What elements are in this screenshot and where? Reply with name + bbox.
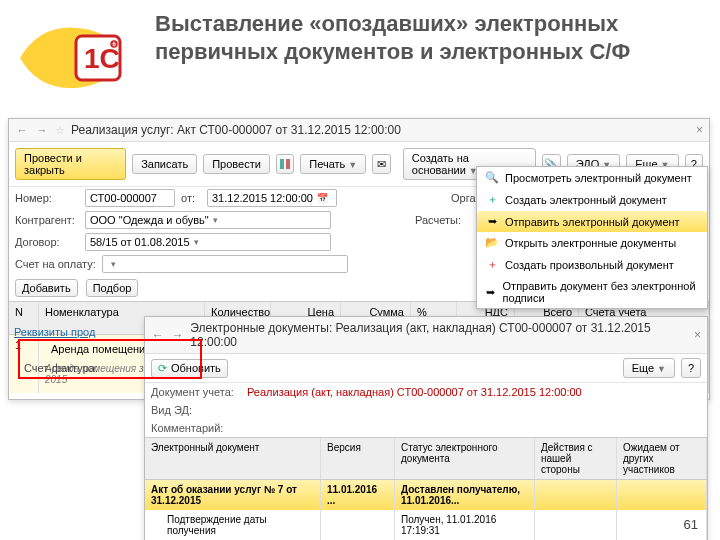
number-input[interactable]: СТ00-000007 xyxy=(85,189,175,207)
print-button[interactable]: Печать▼ xyxy=(300,154,366,174)
select-button[interactable]: Подбор xyxy=(86,279,139,297)
close-icon[interactable]: × xyxy=(696,123,703,137)
svg-rect-5 xyxy=(286,159,290,169)
logo-1c: 1C R xyxy=(18,22,138,98)
menu-open[interactable]: 📂Открыть электронные документы xyxy=(477,232,707,253)
menu-send-nosig[interactable]: ➥Отправить документ без электронной подп… xyxy=(477,276,707,308)
date-input[interactable]: 31.12.2015 12:00:00📅 xyxy=(207,189,337,207)
add-button[interactable]: Добавить xyxy=(15,279,78,297)
doc-title: Реализация услуг: Акт СТ00-000007 от 31.… xyxy=(71,123,401,137)
more-button[interactable]: Еще▼ xyxy=(623,358,675,378)
contragent-label: Контрагент: xyxy=(15,214,79,226)
reg-doc-link[interactable]: Реализация (акт, накладная) СТ00-000007 … xyxy=(247,386,582,398)
edocs-title: Электронные документы: Реализация (акт, … xyxy=(190,321,688,349)
help-icon[interactable]: ? xyxy=(681,358,701,378)
nav-back-icon[interactable]: ← xyxy=(151,328,165,342)
contragent-input[interactable]: ООО "Одежда и обувь"▾ xyxy=(85,211,331,229)
mail-icon[interactable]: ✉ xyxy=(372,154,390,174)
slide-title: Выставление «опоздавших» электронных пер… xyxy=(155,10,720,65)
comment-label: Комментарий: xyxy=(151,422,241,434)
menu-create-any[interactable]: ＋Создать произвольный документ xyxy=(477,253,707,276)
edocs-row[interactable]: Акт об оказании услуг № 7 от 31.12.2015 … xyxy=(145,480,707,510)
nav-fwd-icon[interactable]: → xyxy=(171,328,185,342)
edocs-row[interactable]: Подтверждение даты получения Получен, 11… xyxy=(145,510,707,540)
menu-create[interactable]: ＋Создать электронный документ xyxy=(477,188,707,211)
send-icon: ➥ xyxy=(485,286,497,299)
search-icon: 🔍 xyxy=(485,171,499,184)
edocs-titlebar: ← → Электронные документы: Реализация (а… xyxy=(145,317,707,354)
rekv-prod-link[interactable]: Реквизиты прод xyxy=(14,326,95,338)
send-icon: ➥ xyxy=(485,215,499,228)
bill-label: Счет на оплату: xyxy=(15,258,96,270)
nav-back-icon[interactable]: ← xyxy=(15,124,29,136)
folder-icon: 📂 xyxy=(485,236,499,249)
dogovor-input[interactable]: 58/15 от 01.08.2015▾ xyxy=(85,233,331,251)
ot-label: от: xyxy=(181,192,201,204)
reg-doc-label: Документ учета: xyxy=(151,386,241,398)
post-close-button[interactable]: Провести и закрыть xyxy=(15,148,126,180)
view-ed-label: Вид ЭД: xyxy=(151,404,241,416)
titlebar: ← → ☆ Реализация услуг: Акт СТ00-000007 … xyxy=(9,119,709,142)
menu-send[interactable]: ➥Отправить электронный документ xyxy=(477,211,707,232)
plus-icon: ＋ xyxy=(485,257,499,272)
edo-menu: 🔍Просмотреть электронный документ ＋Созда… xyxy=(476,166,708,309)
dogovor-label: Договор: xyxy=(15,236,79,248)
nav-fwd-icon[interactable]: → xyxy=(35,124,49,136)
menu-view[interactable]: 🔍Просмотреть электронный документ xyxy=(477,167,707,188)
post-button[interactable]: Провести xyxy=(203,154,270,174)
edocs-table-header: Электронный документ Версия Статус элект… xyxy=(145,437,707,480)
edocs-toolbar: ⟳Обновить Еще▼ ? xyxy=(145,354,707,383)
refresh-button[interactable]: ⟳Обновить xyxy=(151,359,228,378)
refresh-icon: ⟳ xyxy=(158,362,167,375)
close-icon[interactable]: × xyxy=(694,328,701,342)
svg-rect-4 xyxy=(280,159,284,169)
sfakt-label: Счет-фактура: xyxy=(24,362,98,374)
bill-input[interactable]: ▾ xyxy=(102,255,348,273)
write-button[interactable]: Записать xyxy=(132,154,197,174)
favorite-icon[interactable]: ☆ xyxy=(55,124,65,137)
plus-icon: ＋ xyxy=(485,192,499,207)
number-label: Номер: xyxy=(15,192,79,204)
edocs-window: ← → Электронные документы: Реализация (а… xyxy=(144,316,708,540)
dtkt-icon[interactable] xyxy=(276,154,294,174)
page-number: 61 xyxy=(684,517,698,532)
svg-text:R: R xyxy=(112,41,117,48)
